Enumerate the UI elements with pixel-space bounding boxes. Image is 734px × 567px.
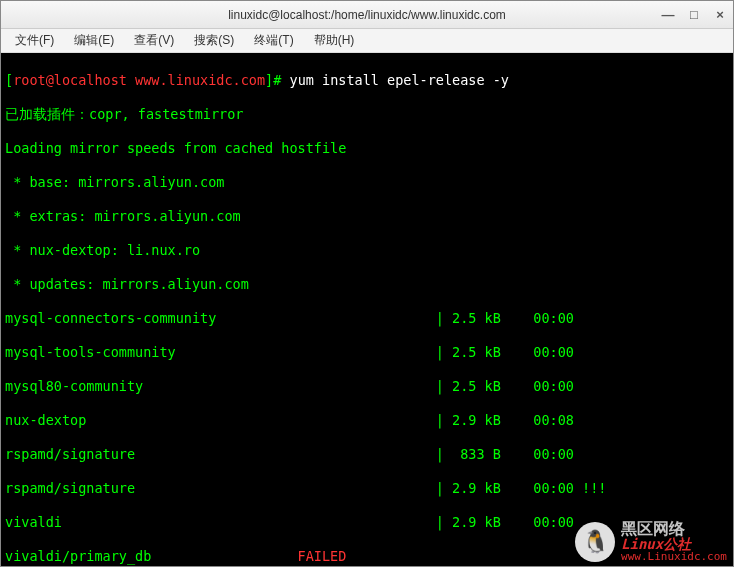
menu-file[interactable]: 文件(F) [7,30,62,51]
menu-search[interactable]: 搜索(S) [186,30,242,51]
minimize-button[interactable]: — [661,8,675,22]
repo-row: nux-dextop | 2.9 kB 00:08 [5,412,729,429]
output-line: Loading mirror speeds from cached hostfi… [5,140,729,157]
menubar: 文件(F) 编辑(E) 查看(V) 搜索(S) 终端(T) 帮助(H) [1,29,733,53]
output-line: * extras: mirrors.aliyun.com [5,208,729,225]
repo-row: mysql-tools-community | 2.5 kB 00:00 [5,344,729,361]
repo-row: rspamd/signature | 2.9 kB 00:00 !!! [5,480,729,497]
menu-view[interactable]: 查看(V) [126,30,182,51]
titlebar: linuxidc@localhost:/home/linuxidc/www.li… [1,1,733,29]
menu-edit[interactable]: 编辑(E) [66,30,122,51]
close-button[interactable]: × [713,8,727,22]
menu-terminal[interactable]: 终端(T) [246,30,301,51]
output-line: * updates: mirrors.aliyun.com [5,276,729,293]
output-line: * nux-dextop: li.nux.ro [5,242,729,259]
failed-status: FAILED [298,548,347,564]
window-title: linuxidc@localhost:/home/linuxidc/www.li… [228,8,506,22]
prompt-open: [ [5,72,13,88]
output-line: 已加载插件：copr, fastestmirror [5,106,729,123]
output-line: * base: mirrors.aliyun.com [5,174,729,191]
repo-row: mysql80-community | 2.5 kB 00:00 [5,378,729,395]
command-text: yum install epel-release -y [281,72,509,88]
failed-row: vivaldi/primary_db FAILED [5,548,729,565]
terminal-window: linuxidc@localhost:/home/linuxidc/www.li… [0,0,734,567]
repo-row: rspamd/signature | 833 B 00:00 [5,446,729,463]
terminal-output[interactable]: [root@localhost www.linuxidc.com]# yum i… [1,53,733,566]
prompt-user: root@localhost www.linuxidc.com [13,72,265,88]
window-controls: — □ × [661,8,727,22]
maximize-button[interactable]: □ [687,8,701,22]
repo-row: vivaldi | 2.9 kB 00:00 [5,514,729,531]
menu-help[interactable]: 帮助(H) [306,30,363,51]
repo-row: mysql-connectors-community | 2.5 kB 00:0… [5,310,729,327]
prompt-close: ]# [265,72,281,88]
